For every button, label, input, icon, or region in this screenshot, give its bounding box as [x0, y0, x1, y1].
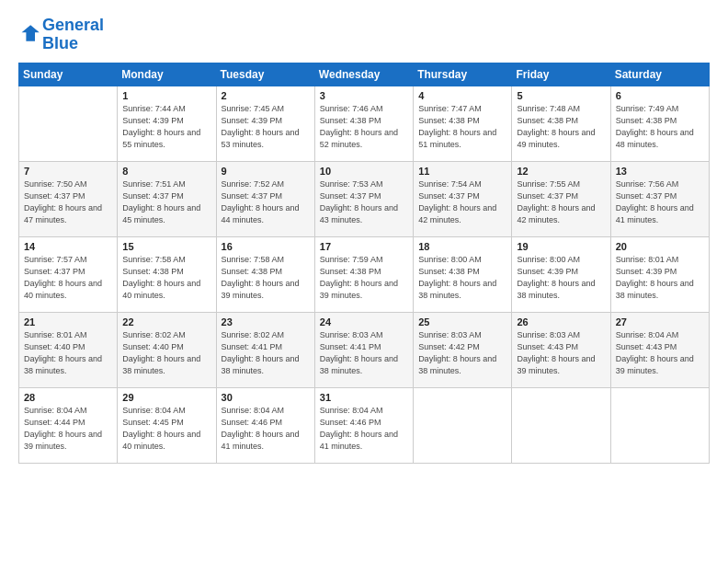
day-info: Sunrise: 8:03 AMSunset: 4:41 PMDaylight:… — [320, 329, 408, 377]
day-number: 2 — [222, 90, 310, 101]
day-number: 9 — [222, 166, 310, 177]
calendar-cell: 29Sunrise: 8:04 AMSunset: 4:45 PMDayligh… — [118, 387, 216, 463]
logo-icon — [20, 22, 42, 44]
day-number: 11 — [418, 166, 506, 177]
calendar-cell: 26Sunrise: 8:03 AMSunset: 4:43 PMDayligh… — [512, 312, 610, 387]
calendar-cell — [414, 387, 512, 463]
logo: GeneralBlue — [18, 17, 104, 53]
calendar-cell: 18Sunrise: 8:00 AMSunset: 4:38 PMDayligh… — [414, 236, 512, 312]
calendar-cell: 4Sunrise: 7:47 AMSunset: 4:38 PMDaylight… — [414, 86, 512, 161]
day-info: Sunrise: 7:55 AMSunset: 4:37 PMDaylight:… — [517, 178, 605, 226]
day-number: 29 — [122, 392, 210, 403]
day-info: Sunrise: 7:46 AMSunset: 4:38 PMDaylight:… — [320, 103, 408, 151]
day-info: Sunrise: 8:04 AMSunset: 4:46 PMDaylight:… — [222, 405, 310, 453]
calendar-cell — [19, 86, 118, 161]
svg-marker-0 — [22, 25, 40, 41]
day-number: 27 — [616, 316, 704, 327]
day-number: 15 — [122, 241, 210, 252]
day-info: Sunrise: 7:48 AMSunset: 4:38 PMDaylight:… — [517, 103, 605, 151]
day-number: 3 — [320, 90, 408, 101]
header: GeneralBlue — [18, 17, 710, 53]
day-info: Sunrise: 7:58 AMSunset: 4:38 PMDaylight:… — [122, 254, 210, 302]
day-info: Sunrise: 7:50 AMSunset: 4:37 PMDaylight:… — [24, 178, 112, 226]
calendar-cell: 20Sunrise: 8:01 AMSunset: 4:39 PMDayligh… — [610, 236, 709, 312]
day-info: Sunrise: 8:00 AMSunset: 4:39 PMDaylight:… — [517, 254, 605, 302]
calendar-cell: 31Sunrise: 8:04 AMSunset: 4:46 PMDayligh… — [314, 387, 413, 463]
day-number: 23 — [222, 316, 310, 327]
page: GeneralBlue SundayMondayTuesdayWednesday… — [0, 0, 728, 563]
calendar-cell: 21Sunrise: 8:01 AMSunset: 4:40 PMDayligh… — [19, 312, 118, 387]
day-number: 28 — [24, 392, 112, 403]
day-number: 24 — [320, 316, 408, 327]
day-info: Sunrise: 7:49 AMSunset: 4:38 PMDaylight:… — [616, 103, 704, 151]
calendar-cell: 6Sunrise: 7:49 AMSunset: 4:38 PMDaylight… — [610, 86, 709, 161]
day-info: Sunrise: 7:53 AMSunset: 4:37 PMDaylight:… — [320, 178, 408, 226]
day-info: Sunrise: 8:02 AMSunset: 4:41 PMDaylight:… — [222, 329, 310, 377]
day-number: 6 — [616, 90, 704, 101]
calendar-cell: 2Sunrise: 7:45 AMSunset: 4:39 PMDaylight… — [216, 86, 314, 161]
day-number: 31 — [320, 392, 408, 403]
day-info: Sunrise: 8:01 AMSunset: 4:39 PMDaylight:… — [616, 254, 704, 302]
calendar-cell: 16Sunrise: 7:58 AMSunset: 4:38 PMDayligh… — [216, 236, 314, 312]
day-number: 12 — [517, 166, 605, 177]
calendar-cell: 3Sunrise: 7:46 AMSunset: 4:38 PMDaylight… — [314, 86, 413, 161]
day-number: 26 — [517, 316, 605, 327]
calendar-cell: 7Sunrise: 7:50 AMSunset: 4:37 PMDaylight… — [19, 161, 118, 236]
weekday-thursday: Thursday — [414, 63, 512, 86]
calendar-cell: 22Sunrise: 8:02 AMSunset: 4:40 PMDayligh… — [118, 312, 216, 387]
day-number: 17 — [320, 241, 408, 252]
day-info: Sunrise: 7:56 AMSunset: 4:37 PMDaylight:… — [616, 178, 704, 226]
calendar-cell: 12Sunrise: 7:55 AMSunset: 4:37 PMDayligh… — [512, 161, 610, 236]
week-row-4: 21Sunrise: 8:01 AMSunset: 4:40 PMDayligh… — [19, 312, 710, 387]
weekday-monday: Monday — [118, 63, 216, 86]
day-info: Sunrise: 7:45 AMSunset: 4:39 PMDaylight:… — [222, 103, 310, 151]
week-row-2: 7Sunrise: 7:50 AMSunset: 4:37 PMDaylight… — [19, 161, 710, 236]
day-info: Sunrise: 8:04 AMSunset: 4:44 PMDaylight:… — [24, 405, 112, 453]
day-number: 25 — [418, 316, 506, 327]
day-info: Sunrise: 7:51 AMSunset: 4:37 PMDaylight:… — [122, 178, 210, 226]
weekday-saturday: Saturday — [610, 63, 709, 86]
weekday-sunday: Sunday — [19, 63, 118, 86]
day-number: 4 — [418, 90, 506, 101]
calendar-table: SundayMondayTuesdayWednesdayThursdayFrid… — [18, 63, 710, 464]
calendar-cell: 14Sunrise: 7:57 AMSunset: 4:37 PMDayligh… — [19, 236, 118, 312]
calendar-cell: 25Sunrise: 8:03 AMSunset: 4:42 PMDayligh… — [414, 312, 512, 387]
day-info: Sunrise: 8:03 AMSunset: 4:43 PMDaylight:… — [517, 329, 605, 377]
calendar-cell — [610, 387, 709, 463]
day-info: Sunrise: 7:59 AMSunset: 4:38 PMDaylight:… — [320, 254, 408, 302]
week-row-5: 28Sunrise: 8:04 AMSunset: 4:44 PMDayligh… — [19, 387, 710, 463]
calendar-cell: 28Sunrise: 8:04 AMSunset: 4:44 PMDayligh… — [19, 387, 118, 463]
calendar-cell: 5Sunrise: 7:48 AMSunset: 4:38 PMDaylight… — [512, 86, 610, 161]
day-number: 30 — [222, 392, 310, 403]
day-info: Sunrise: 7:47 AMSunset: 4:38 PMDaylight:… — [418, 103, 506, 151]
day-number: 8 — [122, 166, 210, 177]
day-info: Sunrise: 7:52 AMSunset: 4:37 PMDaylight:… — [222, 178, 310, 226]
day-info: Sunrise: 8:00 AMSunset: 4:38 PMDaylight:… — [418, 254, 506, 302]
day-info: Sunrise: 8:04 AMSunset: 4:45 PMDaylight:… — [122, 405, 210, 453]
day-info: Sunrise: 7:54 AMSunset: 4:37 PMDaylight:… — [418, 178, 506, 226]
day-info: Sunrise: 8:01 AMSunset: 4:40 PMDaylight:… — [24, 329, 112, 377]
calendar-cell — [512, 387, 610, 463]
day-number: 18 — [418, 241, 506, 252]
week-row-1: 1Sunrise: 7:44 AMSunset: 4:39 PMDaylight… — [19, 86, 710, 161]
calendar-cell: 24Sunrise: 8:03 AMSunset: 4:41 PMDayligh… — [314, 312, 413, 387]
day-number: 21 — [24, 316, 112, 327]
calendar-cell: 17Sunrise: 7:59 AMSunset: 4:38 PMDayligh… — [314, 236, 413, 312]
calendar-cell: 13Sunrise: 7:56 AMSunset: 4:37 PMDayligh… — [610, 161, 709, 236]
calendar-cell: 23Sunrise: 8:02 AMSunset: 4:41 PMDayligh… — [216, 312, 314, 387]
day-number: 14 — [24, 241, 112, 252]
calendar-cell: 10Sunrise: 7:53 AMSunset: 4:37 PMDayligh… — [314, 161, 413, 236]
day-info: Sunrise: 8:02 AMSunset: 4:40 PMDaylight:… — [122, 329, 210, 377]
weekday-wednesday: Wednesday — [314, 63, 413, 86]
weekday-header-row: SundayMondayTuesdayWednesdayThursdayFrid… — [19, 63, 710, 86]
day-info: Sunrise: 7:44 AMSunset: 4:39 PMDaylight:… — [122, 103, 210, 151]
day-info: Sunrise: 7:58 AMSunset: 4:38 PMDaylight:… — [222, 254, 310, 302]
day-info: Sunrise: 8:03 AMSunset: 4:42 PMDaylight:… — [418, 329, 506, 377]
weekday-tuesday: Tuesday — [216, 63, 314, 86]
calendar-cell: 30Sunrise: 8:04 AMSunset: 4:46 PMDayligh… — [216, 387, 314, 463]
calendar-cell: 11Sunrise: 7:54 AMSunset: 4:37 PMDayligh… — [414, 161, 512, 236]
weekday-friday: Friday — [512, 63, 610, 86]
day-number: 16 — [222, 241, 310, 252]
logo-text: GeneralBlue — [42, 17, 104, 53]
calendar-cell: 19Sunrise: 8:00 AMSunset: 4:39 PMDayligh… — [512, 236, 610, 312]
